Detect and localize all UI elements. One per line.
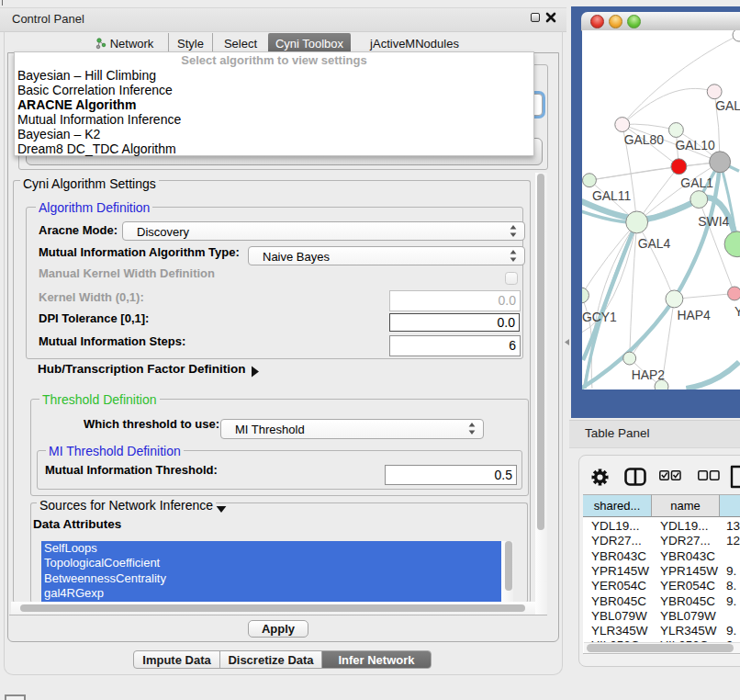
svg-text:GAL80: GAL80 bbox=[624, 132, 665, 147]
svg-text:GAL4: GAL4 bbox=[638, 236, 671, 251]
svg-text:SWI4: SWI4 bbox=[698, 214, 729, 229]
svg-text:GAL7: GAL7 bbox=[715, 98, 740, 113]
svg-text:HAP4: HAP4 bbox=[677, 308, 711, 322]
svg-text:GAL1: GAL1 bbox=[680, 175, 713, 190]
svg-text:HAP2: HAP2 bbox=[632, 367, 666, 382]
svg-text:GAL10: GAL10 bbox=[675, 138, 715, 152]
svg-text:Y: Y bbox=[734, 304, 740, 319]
svg-text:GCY1: GCY1 bbox=[582, 310, 617, 324]
svg-text:GAL11: GAL11 bbox=[592, 188, 632, 203]
